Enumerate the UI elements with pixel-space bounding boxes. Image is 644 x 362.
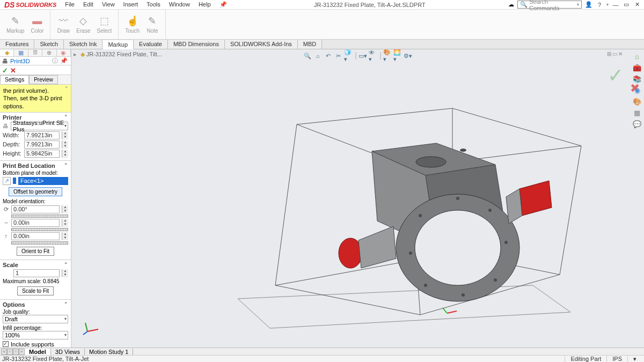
bottom-tab-3d-views[interactable]: 3D Views bbox=[51, 349, 85, 355]
tab-solidworks-addins[interactable]: SOLIDWORKS Add-Ins bbox=[225, 40, 298, 49]
user-icon[interactable]: 👤 bbox=[585, 1, 592, 8]
dx-slider[interactable] bbox=[11, 228, 68, 231]
menu-edit[interactable]: Edit bbox=[79, 0, 98, 9]
section-view-icon[interactable]: ✂ bbox=[334, 51, 342, 60]
scale-input[interactable]: 1 bbox=[13, 269, 60, 277]
printer-width-input[interactable]: 7.99213in bbox=[24, 131, 60, 139]
view-orientation-icon[interactable]: 🧊▾ bbox=[344, 51, 353, 60]
ribbon-draw-button[interactable]: 〰Draw bbox=[54, 11, 73, 38]
ribbon-markup-button[interactable]: ✎Markup bbox=[3, 11, 27, 38]
bottom-tab-motion-study[interactable]: Motion Study 1 bbox=[85, 349, 133, 355]
collapse-hint-icon[interactable]: ⌃ bbox=[64, 86, 69, 92]
help-icon[interactable]: ? bbox=[596, 2, 603, 8]
ribbon-color-button[interactable]: ▬Color bbox=[27, 11, 47, 38]
cancel-button-icon[interactable]: ✕ bbox=[10, 67, 16, 73]
close-icon[interactable]: ✕ bbox=[633, 1, 641, 8]
menu-help[interactable]: Help bbox=[194, 0, 215, 9]
collapse-scale-icon[interactable]: ⌃ bbox=[64, 262, 68, 268]
sheet-nav-last-icon[interactable]: » bbox=[19, 349, 25, 355]
bottom-tab-model[interactable]: Model bbox=[25, 349, 51, 355]
svg-point-20 bbox=[419, 214, 422, 217]
angle-input[interactable]: 0.00° bbox=[11, 205, 60, 213]
minimize-icon[interactable]: — bbox=[612, 2, 619, 8]
panel-tab-config-icon[interactable]: 𝄜 bbox=[28, 49, 42, 56]
restore-icon[interactable]: ▭ bbox=[623, 1, 630, 8]
panel-tab-display-icon[interactable]: ◉ bbox=[57, 49, 71, 56]
taskpane-resources-icon[interactable]: 🧰 bbox=[632, 63, 642, 72]
menu-insert[interactable]: Insert bbox=[119, 0, 143, 9]
status-units[interactable]: IPS bbox=[606, 356, 627, 362]
taskpane-custom-icon[interactable]: ▦ bbox=[632, 108, 642, 117]
tab-features[interactable]: Features bbox=[0, 40, 34, 49]
status-bar: JR-313232 Fixed Plate, Tilt-A-Jet Editin… bbox=[0, 355, 644, 362]
sheet-nav-next-icon[interactable]: › bbox=[13, 349, 19, 355]
orient-to-fit-button[interactable]: Orient to Fit bbox=[17, 247, 54, 256]
view-settings-icon[interactable]: ⚙▾ bbox=[404, 51, 412, 60]
infill-select[interactable]: 100%▾ bbox=[3, 331, 68, 339]
plane-select-icon[interactable]: ↗ bbox=[3, 177, 11, 185]
include-supports-checkbox[interactable] bbox=[3, 341, 9, 347]
tab-markup[interactable]: Markup bbox=[103, 40, 134, 49]
cloud-icon[interactable]: ☁ bbox=[508, 1, 514, 8]
status-extra-icon[interactable]: ▾ bbox=[627, 356, 642, 363]
orientation-triad-icon[interactable] bbox=[82, 319, 100, 337]
subtab-settings[interactable]: Settings bbox=[0, 75, 29, 84]
panel-tab-feature-tree-icon[interactable]: ◆ bbox=[0, 49, 14, 56]
job-quality-select[interactable]: Draft▾ bbox=[3, 315, 68, 323]
apply-scene-icon[interactable]: 🌅▾ bbox=[393, 51, 402, 60]
taskpane-forum-icon[interactable]: 💬 bbox=[632, 119, 642, 129]
search-commands-input[interactable]: 🔍 Search Commands ▾ bbox=[517, 1, 582, 9]
zoom-fit-icon[interactable]: 🔍 bbox=[303, 51, 312, 60]
ok-button-icon[interactable]: ✓ bbox=[2, 67, 8, 73]
breadcrumb[interactable]: ◆ JR-313232 Fixed Plate, Tilt... bbox=[80, 51, 162, 58]
sheet-nav-prev-icon[interactable]: ‹ bbox=[7, 349, 13, 355]
menu-pin-icon[interactable]: 📌 bbox=[215, 0, 231, 9]
dx-input[interactable]: 0.00in bbox=[11, 219, 60, 227]
viewport-close-icon[interactable]: ✕ bbox=[618, 51, 623, 57]
printer-height-input[interactable]: 5.98425in bbox=[24, 150, 60, 158]
tab-evaluate[interactable]: Evaluate bbox=[134, 40, 168, 49]
dy-slider[interactable] bbox=[11, 241, 68, 245]
tab-mbd-dimensions[interactable]: MBD Dimensions bbox=[168, 40, 225, 49]
taskpane-library-icon[interactable]: 📚 bbox=[632, 74, 642, 84]
menu-tools[interactable]: Tools bbox=[142, 0, 165, 9]
angle-slider[interactable] bbox=[11, 215, 68, 218]
panel-tab-dimxpert-icon[interactable]: ⊕ bbox=[42, 49, 56, 56]
display-style-icon[interactable]: ▭▾ bbox=[358, 51, 367, 60]
bottom-plane-field[interactable]: Face<1> bbox=[18, 177, 68, 185]
edit-appearance-icon[interactable]: 🎨▾ bbox=[383, 51, 392, 60]
taskpane-home-icon[interactable]: ⌂ bbox=[632, 51, 642, 61]
offset-to-geometry-button[interactable]: Offset to geometry bbox=[9, 187, 62, 196]
dy-input[interactable]: 0.00in bbox=[11, 232, 60, 240]
svg-point-16 bbox=[494, 278, 497, 282]
tab-mbd[interactable]: MBD bbox=[298, 40, 322, 49]
panel-tab-property-icon[interactable]: ▦ bbox=[14, 49, 28, 56]
tab-sketch-ink[interactable]: Sketch Ink bbox=[64, 40, 103, 49]
collapse-bed-icon[interactable]: ⌃ bbox=[64, 162, 68, 169]
tab-sketch[interactable]: Sketch bbox=[34, 40, 64, 49]
ribbon-touch-button[interactable]: ☝Touch bbox=[122, 11, 143, 38]
ribbon-select-button[interactable]: ⬚Select bbox=[93, 11, 115, 38]
subtab-preview[interactable]: Preview bbox=[29, 75, 58, 84]
prev-view-icon[interactable]: ↶ bbox=[324, 51, 332, 60]
viewport-window-icon[interactable]: ⊞ bbox=[607, 51, 611, 57]
zoom-area-icon[interactable]: ⌕ bbox=[313, 51, 322, 60]
menu-window[interactable]: Window bbox=[165, 0, 194, 9]
menu-file[interactable]: File bbox=[61, 0, 79, 9]
taskpane-view-icon[interactable]: ◉ bbox=[632, 85, 642, 95]
help-feature-icon[interactable]: ⓘ bbox=[52, 57, 58, 65]
viewport-max-icon[interactable]: ▭ bbox=[612, 51, 617, 57]
taskpane-appearances-icon[interactable]: 🎨 bbox=[632, 97, 642, 106]
flyout-expand-icon[interactable]: ▸ bbox=[74, 51, 77, 58]
collapse-options-icon[interactable]: ⌃ bbox=[64, 301, 68, 308]
hide-show-icon[interactable]: 👁▾ bbox=[369, 51, 377, 60]
ribbon-erase-button[interactable]: ◇Erase bbox=[73, 11, 93, 38]
ribbon-note-button[interactable]: ✎Note bbox=[143, 11, 162, 38]
printer-depth-input[interactable]: 7.99213in bbox=[24, 141, 60, 149]
menu-view[interactable]: View bbox=[98, 0, 119, 9]
graphics-viewport[interactable]: ▸ ◆ JR-313232 Fixed Plate, Tilt... 🔍 ⌕ ↶… bbox=[71, 49, 644, 348]
pin-feature-icon[interactable]: 📌 bbox=[60, 57, 68, 64]
sheet-nav-first-icon[interactable]: « bbox=[1, 349, 7, 355]
printer-select[interactable]: Stratasys:uPrint SE Plus▾ bbox=[11, 122, 68, 130]
scale-to-fit-button[interactable]: Scale to Fit bbox=[17, 286, 54, 295]
